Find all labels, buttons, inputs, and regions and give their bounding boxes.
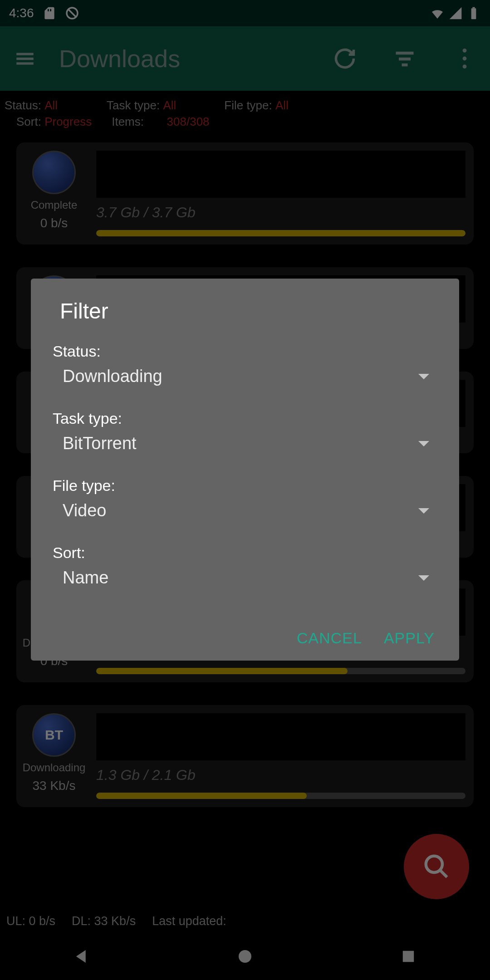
filetype-select[interactable]: Video bbox=[53, 499, 437, 522]
sort-select[interactable]: Name bbox=[53, 566, 437, 589]
filter-dialog: Filter Status: Downloading Task type: Bi… bbox=[31, 279, 459, 661]
dialog-title: Filter bbox=[60, 299, 437, 323]
filetype-label: File type: bbox=[53, 477, 437, 495]
chevron-down-icon bbox=[418, 508, 429, 514]
status-select[interactable]: Downloading bbox=[53, 365, 437, 388]
status-select-value: Downloading bbox=[63, 367, 162, 386]
apply-button[interactable]: APPLY bbox=[384, 629, 435, 647]
tasktype-label: Task type: bbox=[53, 410, 437, 427]
cancel-button[interactable]: CANCEL bbox=[297, 629, 362, 647]
sort-label: Sort: bbox=[53, 544, 437, 562]
chevron-down-icon bbox=[418, 441, 429, 446]
tasktype-select-value: BitTorrent bbox=[63, 434, 137, 453]
tasktype-select[interactable]: BitTorrent bbox=[53, 432, 437, 455]
chevron-down-icon bbox=[418, 575, 429, 581]
filetype-select-value: Video bbox=[63, 501, 107, 520]
status-label: Status: bbox=[53, 343, 437, 360]
sort-select-value: Name bbox=[63, 568, 108, 588]
chevron-down-icon bbox=[418, 374, 429, 379]
